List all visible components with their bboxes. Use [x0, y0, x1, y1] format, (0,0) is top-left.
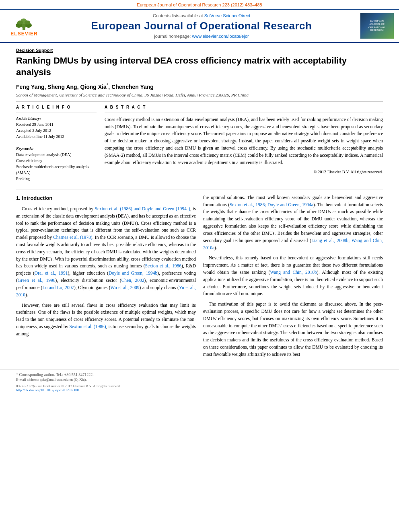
abstract-heading: A B S T R A C T — [105, 105, 383, 109]
keywords-section: Keywords: Data envelopment analysis (DEA… — [16, 146, 97, 182]
body-left-column: 1. Introduction Cross efficiency method,… — [16, 194, 196, 362]
divider-info-2 — [16, 143, 97, 143]
keyword-3: Stochastic multicriteria acceptability a… — [16, 164, 97, 176]
contents-availability-line: Contents lists available at SciVerse Sci… — [153, 13, 250, 18]
footer-issn: 0377-2217/$ - see front matter © 2012 El… — [16, 384, 383, 388]
ref-liang-wang[interactable]: Liang et al., 2008b; Wang and Chin, 2010… — [203, 238, 383, 250]
author-name-1: Feng Yang, — [16, 84, 47, 90]
article-info-column: A R T I C L E I N F O Article history: R… — [16, 105, 97, 185]
journal-homepage: journal homepage: www.elsevier.com/locat… — [154, 34, 249, 39]
ejor-logo: EUROPEANJOURNAL OFOPERATIONALRESEARCH — [360, 13, 394, 39]
main-content: Decision Support Ranking DMUs by using i… — [0, 43, 399, 366]
ref-oral-1991[interactable]: Oral et al., 1991 — [35, 271, 68, 275]
contents-text: Contents lists available at — [153, 13, 204, 18]
authors-line: Feng Yang, Sheng Ang, Qiong Xia*, Chench… — [16, 82, 383, 90]
journal-reference-bar: European Journal of Operational Research… — [0, 0, 399, 9]
body-left-text: 1. Introduction Cross efficiency method,… — [16, 194, 196, 338]
accepted-date: Accepted 2 July 2012 — [16, 127, 97, 134]
body-para-2: However, there are still several flaws i… — [16, 302, 196, 338]
body-right-text: the optimal solutions. The most well-kno… — [203, 194, 383, 358]
page: European Journal of Operational Research… — [0, 0, 399, 532]
abstract-text: Cross efficiency method is an extension … — [105, 116, 383, 166]
svg-point-5 — [17, 21, 23, 25]
received-date: Received 29 June 2011 — [16, 121, 97, 127]
article-history-title: Article history: — [16, 116, 97, 121]
available-date: Available online 11 July 2012 — [16, 134, 97, 140]
ejor-logo-text: EUROPEANJOURNAL OFOPERATIONALRESEARCH — [368, 20, 385, 32]
sciverse-link[interactable]: SciVerse ScienceDirect — [204, 13, 250, 18]
footer: * Corresponding author. Tel.: +86 551 34… — [0, 370, 399, 395]
keyword-4: Ranking — [16, 176, 97, 182]
ref-lu-lo-2007[interactable]: Lu and Lo, 2007 — [42, 285, 74, 290]
divider-info-1 — [16, 113, 97, 113]
journal-header: ELSEVIER Contents lists available at Sci… — [0, 9, 399, 43]
ref-sexton-1986[interactable]: Sexton et al. (1986) and Doyle and Green… — [95, 206, 190, 211]
divider-1 — [16, 101, 383, 102]
journal-header-center: Contents lists available at SciVerse Sci… — [48, 13, 355, 39]
journal-reference-text: European Journal of Operational Research… — [137, 2, 262, 7]
section-1-heading: 1. Introduction — [16, 195, 52, 201]
intro-heading-para: 1. Introduction — [16, 194, 196, 202]
footnote-email: E-mail address: qxia@mail.ustc.edu.cn (Q… — [16, 378, 383, 382]
author-name-3: Qiong Xia — [80, 84, 106, 90]
elsevier-logo: ELSEVIER — [10, 16, 37, 37]
journal-title: European Journal of Operational Research — [91, 20, 312, 32]
ejor-logo-container: EUROPEANJOURNAL OFOPERATIONALRESEARCH — [359, 13, 395, 39]
ref-sexton-nursing[interactable]: Sexton et al., 1986 — [145, 263, 181, 268]
article-info-heading: A R T I C L E I N F O — [16, 105, 97, 109]
keyword-1: Data envelopment analysis (DEA) — [16, 152, 97, 158]
homepage-url[interactable]: www.elsevier.com/locate/ejor — [192, 34, 249, 39]
affiliation: School of Management, University of Scie… — [16, 92, 383, 97]
info-abstract-section: A R T I C L E I N F O Article history: R… — [16, 105, 383, 185]
svg-point-6 — [25, 21, 30, 25]
body-section: 1. Introduction Cross efficiency method,… — [16, 194, 383, 362]
body-para-5: The motivation of this paper is to avoid… — [203, 301, 383, 358]
homepage-label: journal homepage: — [154, 34, 192, 39]
ref-chen-2002[interactable]: Chen, 2002 — [121, 278, 144, 283]
ref-charnes-1978[interactable]: Charnes et al. (1978) — [53, 235, 93, 240]
author-name-2: Sheng Ang, — [47, 84, 80, 90]
keyword-2: Cross efficiency — [16, 158, 97, 164]
elsevier-wordmark: ELSEVIER — [10, 31, 37, 37]
footnote-star: * Corresponding author. Tel.: +86 551 34… — [16, 372, 383, 377]
ref-sexton-doyle[interactable]: Sexton et al., 1986; Doyle and Green, 19… — [230, 202, 313, 207]
elsevier-tree-icon — [13, 16, 35, 31]
elsevier-logo-container: ELSEVIER — [4, 13, 44, 39]
paper-title: Ranking DMUs by using interval DEA cross… — [16, 55, 383, 78]
body-para-3: the optimal solutions. The most well-kno… — [203, 194, 383, 252]
keywords-title: Keywords: — [16, 146, 97, 151]
ref-wu-2009[interactable]: Wu et al., 2009 — [111, 285, 140, 290]
copyright-line: © 2012 Elsevier B.V. All rights reserved… — [105, 170, 383, 174]
author-name-4: Chenchen Yang — [111, 84, 154, 90]
ref-green-1996[interactable]: Green et al., 1996 — [18, 278, 56, 283]
ref-doyle-1994b[interactable]: Doyle and Green, 1994b — [109, 271, 157, 275]
divider-abstract — [105, 113, 383, 113]
body-para-4: Nevertheless, this remedy based on the b… — [203, 255, 383, 298]
ref-sexton-remedy[interactable]: Sexton et al. (1986) — [69, 324, 106, 329]
abstract-column: A B S T R A C T Cross efficiency method … — [105, 105, 383, 185]
body-para-1: Cross efficiency method, proposed by Sex… — [16, 205, 196, 299]
ref-wang-chin-2010b[interactable]: Wang and Chin, 2010b — [270, 270, 317, 275]
divider-body — [16, 189, 383, 189]
footer-doi[interactable]: http://dx.doi.org/10.1016/j.ejor.2012.07… — [16, 388, 383, 392]
section-label: Decision Support — [16, 48, 383, 53]
article-history-section: Article history: Received 29 June 2011 A… — [16, 116, 97, 140]
body-right-column: the optimal solutions. The most well-kno… — [203, 194, 383, 362]
